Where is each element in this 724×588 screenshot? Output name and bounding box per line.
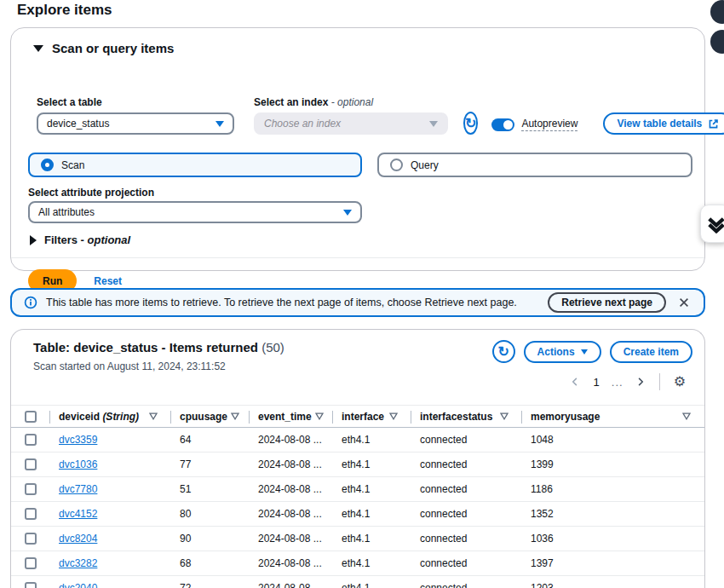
row-checkbox[interactable]: [25, 434, 37, 446]
close-icon: [678, 297, 690, 308]
external-link-icon: [708, 118, 719, 130]
column-header-interfacestatus[interactable]: interfacestatus: [411, 406, 522, 427]
table-row: dvc1036 77 2024-08-08 ... eth4.1 connect…: [11, 453, 704, 477]
actions-label: Actions: [537, 346, 575, 358]
results-panel: Table: device_status - Items returned (5…: [10, 329, 705, 588]
sort-icon[interactable]: [500, 412, 509, 420]
interface-cell: eth4.1: [333, 557, 411, 569]
double-chevron-icon: [707, 215, 724, 233]
column-header-memoryusage[interactable]: memoryusage: [522, 406, 704, 427]
actions-dropdown-button[interactable]: Actions: [524, 341, 601, 363]
scan-radio-option[interactable]: Scan: [28, 153, 362, 177]
event-time-cell: 2024-08-08 ...: [250, 582, 333, 588]
interface-cell: eth4.1: [333, 582, 411, 588]
interfacestatus-cell: connected: [411, 508, 522, 520]
split-panel-expand-button[interactable]: [700, 205, 724, 243]
row-select-cell: [11, 533, 50, 545]
filters-expander[interactable]: Filters - optional: [30, 233, 130, 246]
select-all-checkbox[interactable]: [25, 411, 37, 423]
deviceid-link[interactable]: dvc3359: [59, 434, 97, 446]
row-checkbox[interactable]: [25, 458, 37, 470]
collapse-caret-icon: [33, 45, 43, 52]
deviceid-link[interactable]: dvc2040: [59, 582, 97, 588]
event-time-cell: 2024-08-08 ...: [250, 434, 333, 446]
page-title: Explore items: [17, 2, 112, 19]
table-row: dvc8204 90 2024-08-08 ... eth4.1 connect…: [11, 527, 704, 551]
refresh-button[interactable]: ↻: [463, 112, 478, 135]
sort-icon[interactable]: [315, 412, 324, 420]
reset-button[interactable]: Reset: [94, 275, 122, 287]
refresh-results-button[interactable]: ↻: [492, 340, 515, 363]
column-header-event-time[interactable]: event_time: [250, 406, 333, 427]
previous-page-button[interactable]: [565, 374, 585, 389]
row-checkbox[interactable]: [25, 557, 37, 569]
cpuusage-cell: 68: [171, 557, 250, 569]
page-ellipsis: ...: [608, 376, 627, 389]
retrieve-next-page-button[interactable]: Retrieve next page: [548, 292, 666, 313]
event-time-cell: 2024-08-08 ...: [250, 458, 333, 470]
sort-icon[interactable]: [389, 412, 398, 420]
sort-icon[interactable]: [231, 412, 239, 420]
deviceid-link[interactable]: dvc3282: [59, 557, 97, 569]
table-header-row: deviceid (String) cpuusage event_time: [11, 405, 704, 428]
interfacestatus-cell: connected: [411, 483, 522, 495]
deviceid-link[interactable]: dvc1036: [59, 458, 97, 470]
cpuusage-cell: 72: [171, 582, 250, 588]
interface-cell: eth4.1: [333, 434, 411, 446]
select-all-cell: [11, 406, 50, 427]
event-time-cell: 2024-08-08 ...: [250, 533, 333, 545]
pagination: 1 ... ⚙: [565, 372, 691, 391]
row-checkbox[interactable]: [25, 508, 37, 520]
row-select-cell: [11, 582, 50, 588]
filters-optional-label: optional: [88, 233, 131, 246]
next-page-button[interactable]: [630, 374, 651, 389]
event-time-cell: 2024-08-08 ...: [250, 557, 333, 569]
memoryusage-cell: 1399: [522, 458, 704, 470]
toggle-knob: [503, 120, 513, 130]
caret-down-icon: [215, 121, 224, 127]
query-radio-label: Query: [411, 159, 439, 171]
column-header-deviceid[interactable]: deviceid (String): [50, 406, 171, 427]
chevron-left-icon: [570, 377, 580, 387]
banner-close-button[interactable]: [675, 295, 693, 310]
deviceid-link[interactable]: dvc8204: [59, 533, 97, 545]
cpuusage-cell: 51: [171, 483, 250, 495]
radio-unselected-icon: [390, 159, 403, 171]
cpuusage-cell: 77: [171, 458, 250, 470]
autopreview-label: Autopreview: [521, 118, 577, 131]
corner-widget-button[interactable]: [710, 0, 724, 24]
event-time-cell: 2024-08-08 ...: [250, 483, 333, 495]
scan-query-panel-title: Scan or query items: [52, 41, 174, 55]
autopreview-toggle[interactable]: [491, 118, 514, 131]
sort-icon[interactable]: [682, 412, 691, 420]
deviceid-link[interactable]: dvc7780: [59, 483, 97, 495]
refresh-icon: ↻: [465, 117, 476, 130]
column-header-interface[interactable]: interface: [333, 406, 411, 427]
scan-query-panel: Scan or query items Select a table devic…: [10, 27, 705, 271]
query-radio-option[interactable]: Query: [377, 153, 692, 177]
index-select[interactable]: Choose an index: [254, 112, 448, 135]
memoryusage-cell: 1203: [522, 582, 704, 588]
row-checkbox[interactable]: [25, 582, 37, 588]
info-icon: [24, 296, 37, 309]
scan-query-panel-header[interactable]: Scan or query items: [11, 28, 704, 55]
table-body: dvc3359 64 2024-08-08 ... eth4.1 connect…: [11, 428, 704, 588]
create-item-button[interactable]: Create item: [610, 341, 692, 363]
sort-icon[interactable]: [149, 412, 158, 420]
page-number[interactable]: 1: [589, 376, 605, 389]
interfacestatus-cell: connected: [411, 458, 522, 470]
attribute-projection-select[interactable]: All attributes: [28, 201, 362, 223]
preferences-button[interactable]: ⚙: [669, 372, 691, 391]
view-table-details-button[interactable]: View table details: [603, 112, 724, 135]
corner-widget-button[interactable]: [710, 30, 724, 54]
row-checkbox[interactable]: [25, 483, 37, 495]
row-checkbox[interactable]: [25, 533, 37, 545]
view-table-details-label: View table details: [617, 118, 702, 130]
interface-cell: eth4.1: [333, 458, 411, 470]
column-header-cpuusage[interactable]: cpuusage: [171, 406, 250, 427]
table-row: dvc3282 68 2024-08-08 ... eth4.1 connect…: [11, 551, 704, 576]
memoryusage-cell: 1397: [522, 557, 704, 569]
deviceid-link[interactable]: dvc4152: [59, 508, 97, 520]
table-select[interactable]: device_status: [37, 112, 234, 135]
select-index-label: Select an index - optional: [254, 96, 448, 108]
